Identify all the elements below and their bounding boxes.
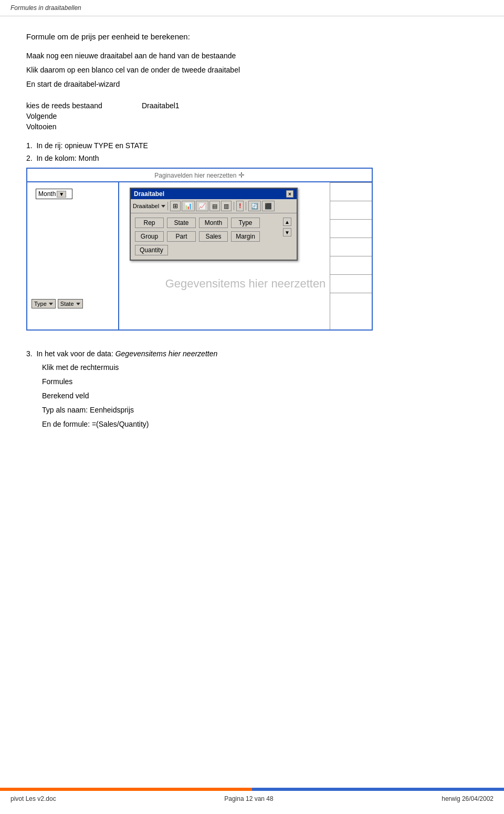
- month-field[interactable]: Month ▼: [36, 189, 72, 199]
- item2-num: 2.: [26, 154, 33, 162]
- field-month[interactable]: Month: [199, 218, 228, 228]
- item3-num: 3.: [26, 349, 33, 358]
- pivot-table-area: Paginavelden hier neerzetten ✛ Month ▼ T…: [26, 168, 373, 331]
- wizard-icon: ⬛: [265, 203, 272, 210]
- footer-center: Pagina 12 van 48: [224, 795, 273, 802]
- row3-label: Voltooien: [26, 122, 57, 131]
- toolbar-format2-icon[interactable]: ▥: [221, 201, 232, 211]
- item3-line1: Klik met de rechtermuis: [42, 362, 478, 373]
- header-title: Formules in draaitabellen: [10, 4, 81, 12]
- item3-text: In het vak voor de data:: [36, 349, 115, 358]
- item1-text: In de rij: opnieuw TYPE en STATE: [36, 141, 148, 150]
- grid-line-7: [330, 293, 372, 311]
- footer-left: pivot Les v2.doc: [10, 795, 56, 802]
- bar-chart-icon: 📊: [184, 202, 192, 210]
- table-row-1: kies de reeds bestaand Draaitabel1: [26, 101, 478, 110]
- item2-text: In de kolom: Month: [36, 154, 99, 162]
- exclaim-icon: !: [239, 202, 241, 210]
- item3-line5: En de formule: =(Sales/Quantity): [42, 419, 478, 430]
- para2: Klik daarom op een blanco cel van de ond…: [26, 65, 478, 76]
- toolbar-wizard-icon[interactable]: ⬛: [262, 201, 275, 211]
- field-group[interactable]: Group: [135, 231, 164, 242]
- toolbar-dropdown-arrow: [161, 205, 165, 208]
- format-icon: ▤: [212, 203, 217, 210]
- pivot-top-bar: Paginavelden hier neerzetten ✛: [27, 169, 372, 182]
- row1-value: Draaitabel1: [142, 101, 180, 110]
- draaitabel-dialog: Draaitabel × Draaitabel: [130, 188, 298, 261]
- state-field-btn[interactable]: State: [58, 299, 83, 308]
- page-header: Formules in draaitabellen: [0, 0, 504, 16]
- field-sales[interactable]: Sales: [199, 231, 228, 242]
- toolbar-sep-1: [167, 202, 168, 210]
- item3-line2: Formules: [42, 376, 478, 387]
- toolbar-refresh-icon[interactable]: 🔄: [248, 201, 261, 211]
- numbered-item-1: 1. In de rij: opnieuw TYPE en STATE: [26, 141, 478, 150]
- pivot-row-fields: Type State: [32, 299, 83, 308]
- dialog-fields-area: Rep State Month Type Group Part Sales Ma…: [131, 213, 297, 260]
- pivot-left-col: Month ▼ Type State: [27, 182, 119, 329]
- toolbar-chart-line-icon[interactable]: 📈: [196, 201, 208, 211]
- type-label: Type: [34, 301, 47, 307]
- numbered-item-2: 2. In de kolom: Month: [26, 154, 478, 162]
- pivot-body: Month ▼ Type State: [27, 182, 372, 329]
- toolbar-table-icon[interactable]: ⊞: [170, 201, 181, 211]
- toolbar-dropdown-label: Draaitabel: [133, 203, 159, 209]
- grid-line-5: [330, 256, 372, 274]
- item3-line4: Typ als naam: Eenheidsprijs: [42, 405, 478, 416]
- field-part[interactable]: Part: [167, 231, 196, 242]
- field-quantity[interactable]: Quantity: [135, 245, 168, 255]
- grid-line-2: [330, 201, 372, 219]
- month-field-container: Month ▼: [32, 186, 114, 202]
- item3-line3: Berekend veld: [42, 390, 478, 401]
- month-field-label: Month: [38, 190, 56, 198]
- field-rep[interactable]: Rep: [135, 218, 164, 228]
- grid-line-6: [330, 274, 372, 293]
- grid-line-4: [330, 238, 372, 256]
- grid-line-1: [330, 182, 372, 201]
- grid-line-3: [330, 219, 372, 238]
- dialog-close-btn[interactable]: ×: [286, 190, 293, 198]
- item3-italic: Gegevensitems hier neerzetten: [116, 349, 218, 358]
- para1: Maak nog een nieuwe draaitabel aan de ha…: [26, 50, 478, 61]
- format2-icon: ▥: [224, 203, 229, 210]
- footer-right: herwig 26/04/2002: [442, 795, 494, 802]
- item3-details: Klik met de rechtermuis Formules Bereken…: [42, 362, 478, 430]
- field-margin[interactable]: Margin: [231, 231, 260, 242]
- intro-title: Formule om de prijs per eenheid te berek…: [26, 32, 478, 41]
- dialog-title: Draaitabel: [134, 190, 164, 198]
- row2-label: Volgende: [26, 112, 57, 120]
- footer-content: pivot Les v2.doc Pagina 12 van 48 herwig…: [0, 793, 504, 805]
- page-footer: pivot Les v2.doc Pagina 12 van 48 herwig…: [0, 788, 504, 814]
- state-dropdown-arrow: [76, 303, 80, 305]
- numbered-item-3: 3. In het vak voor de data: Gegevensitem…: [26, 349, 478, 358]
- table-row-3: Voltooien: [26, 122, 478, 131]
- cursor-icon: ✛: [238, 171, 245, 179]
- dialog-toolbar: Draaitabel ⊞ 📊 📈: [131, 199, 297, 213]
- row1-label: kies de reeds bestaand: [26, 101, 102, 110]
- toolbar-format-icon[interactable]: ▤: [209, 201, 220, 211]
- field-state[interactable]: State: [167, 218, 196, 228]
- scroll-down-btn[interactable]: ▼: [283, 228, 291, 236]
- para3: En start de draaitabel-wizard: [26, 79, 478, 90]
- month-dropdown-btn[interactable]: ▼: [57, 191, 66, 198]
- close-icon: ×: [288, 191, 291, 197]
- state-label: State: [60, 301, 74, 307]
- dialog-titlebar: Draaitabel ×: [131, 189, 297, 199]
- table-row-2: Volgende: [26, 112, 478, 120]
- field-type[interactable]: Type: [231, 218, 260, 228]
- pivot-page-label: Paginavelden hier neerzetten: [154, 172, 236, 179]
- draaitabel-dropdown[interactable]: Draaitabel: [133, 203, 165, 209]
- type-field-btn[interactable]: Type: [32, 299, 56, 308]
- toolbar-exclaim-icon[interactable]: !: [236, 201, 244, 211]
- line-chart-icon: 📈: [198, 203, 206, 210]
- pivot-grid: [330, 182, 372, 329]
- pivot-main: Draaitabel × Draaitabel: [119, 182, 372, 329]
- table-icon: ⊞: [173, 202, 178, 210]
- main-content: Formule om de prijs per eenheid te berek…: [0, 16, 504, 449]
- item1-num: 1.: [26, 141, 33, 150]
- scroll-up-btn[interactable]: ▲: [283, 218, 291, 226]
- refresh-icon: 🔄: [251, 203, 258, 210]
- footer-wave: [0, 788, 504, 791]
- type-dropdown-arrow: [49, 303, 53, 305]
- toolbar-chart-bar-icon[interactable]: 📊: [182, 201, 195, 211]
